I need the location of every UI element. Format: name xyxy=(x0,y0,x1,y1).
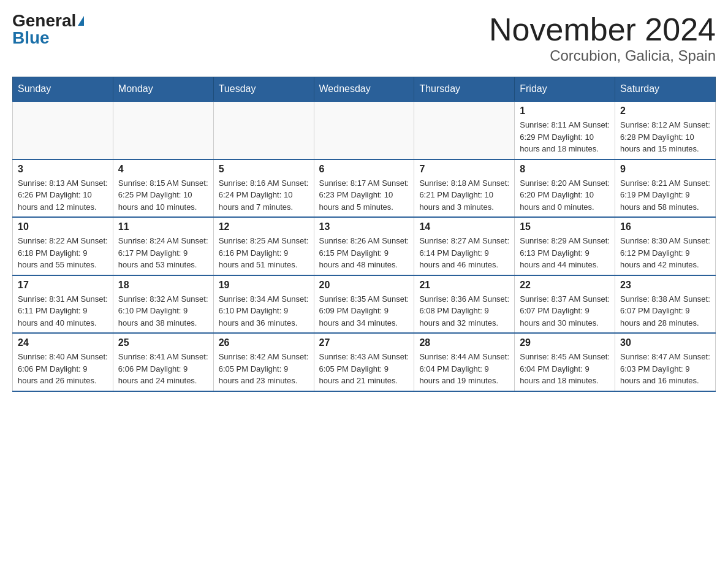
day-number: 14 xyxy=(419,221,509,232)
day-info: Sunrise: 8:29 AM Sunset: 6:13 PM Dayligh… xyxy=(520,235,610,271)
day-number: 28 xyxy=(419,337,509,348)
table-row xyxy=(113,101,213,159)
table-row: 22Sunrise: 8:37 AM Sunset: 6:07 PM Dayli… xyxy=(515,275,615,334)
table-row: 26Sunrise: 8:42 AM Sunset: 6:05 PM Dayli… xyxy=(213,333,314,391)
table-row: 21Sunrise: 8:36 AM Sunset: 6:08 PM Dayli… xyxy=(414,275,515,334)
logo-general-text: General xyxy=(12,12,76,29)
day-number: 3 xyxy=(18,164,108,175)
day-info: Sunrise: 8:16 AM Sunset: 6:24 PM Dayligh… xyxy=(219,177,309,213)
day-info: Sunrise: 8:21 AM Sunset: 6:19 PM Dayligh… xyxy=(620,177,710,213)
day-info: Sunrise: 8:11 AM Sunset: 6:29 PM Dayligh… xyxy=(520,119,610,155)
header-thursday: Thursday xyxy=(414,77,515,102)
day-number: 9 xyxy=(620,164,710,175)
day-info: Sunrise: 8:12 AM Sunset: 6:28 PM Dayligh… xyxy=(620,119,710,155)
table-row: 20Sunrise: 8:35 AM Sunset: 6:09 PM Dayli… xyxy=(314,275,414,334)
day-number: 26 xyxy=(219,337,309,348)
day-info: Sunrise: 8:22 AM Sunset: 6:18 PM Dayligh… xyxy=(18,235,108,271)
table-row: 18Sunrise: 8:32 AM Sunset: 6:10 PM Dayli… xyxy=(113,275,213,334)
table-row: 12Sunrise: 8:25 AM Sunset: 6:16 PM Dayli… xyxy=(213,217,314,275)
day-info: Sunrise: 8:35 AM Sunset: 6:09 PM Dayligh… xyxy=(319,293,409,329)
table-row: 6Sunrise: 8:17 AM Sunset: 6:23 PM Daylig… xyxy=(314,159,414,218)
day-info: Sunrise: 8:25 AM Sunset: 6:16 PM Dayligh… xyxy=(219,235,309,271)
table-row: 8Sunrise: 8:20 AM Sunset: 6:20 PM Daylig… xyxy=(515,159,615,218)
day-number: 11 xyxy=(118,221,208,232)
table-row: 7Sunrise: 8:18 AM Sunset: 6:21 PM Daylig… xyxy=(414,159,515,218)
table-row: 13Sunrise: 8:26 AM Sunset: 6:15 PM Dayli… xyxy=(314,217,414,275)
day-number: 27 xyxy=(319,337,409,348)
table-row: 28Sunrise: 8:44 AM Sunset: 6:04 PM Dayli… xyxy=(414,333,515,391)
weekday-header-row: Sunday Monday Tuesday Wednesday Thursday… xyxy=(13,77,716,102)
day-info: Sunrise: 8:13 AM Sunset: 6:26 PM Dayligh… xyxy=(18,177,108,213)
day-number: 18 xyxy=(118,280,208,291)
day-number: 10 xyxy=(18,221,108,232)
day-number: 16 xyxy=(620,221,710,232)
table-row: 27Sunrise: 8:43 AM Sunset: 6:05 PM Dayli… xyxy=(314,333,414,391)
calendar-table: Sunday Monday Tuesday Wednesday Thursday… xyxy=(12,77,716,392)
table-row xyxy=(213,101,314,159)
calendar-title: November 2024 xyxy=(489,12,716,47)
table-row: 14Sunrise: 8:27 AM Sunset: 6:14 PM Dayli… xyxy=(414,217,515,275)
table-row: 4Sunrise: 8:15 AM Sunset: 6:25 PM Daylig… xyxy=(113,159,213,218)
header-monday: Monday xyxy=(113,77,213,102)
day-number: 24 xyxy=(18,337,108,348)
day-number: 20 xyxy=(319,280,409,291)
day-info: Sunrise: 8:43 AM Sunset: 6:05 PM Dayligh… xyxy=(319,351,409,387)
day-number: 4 xyxy=(118,164,208,175)
day-number: 30 xyxy=(620,337,710,348)
day-info: Sunrise: 8:32 AM Sunset: 6:10 PM Dayligh… xyxy=(118,293,208,329)
day-info: Sunrise: 8:38 AM Sunset: 6:07 PM Dayligh… xyxy=(620,293,710,329)
day-info: Sunrise: 8:44 AM Sunset: 6:04 PM Dayligh… xyxy=(419,351,509,387)
day-info: Sunrise: 8:24 AM Sunset: 6:17 PM Dayligh… xyxy=(118,235,208,271)
day-number: 23 xyxy=(620,280,710,291)
day-number: 6 xyxy=(319,164,409,175)
table-row: 10Sunrise: 8:22 AM Sunset: 6:18 PM Dayli… xyxy=(13,217,113,275)
day-info: Sunrise: 8:37 AM Sunset: 6:07 PM Dayligh… xyxy=(520,293,610,329)
day-info: Sunrise: 8:45 AM Sunset: 6:04 PM Dayligh… xyxy=(520,351,610,387)
table-row: 5Sunrise: 8:16 AM Sunset: 6:24 PM Daylig… xyxy=(213,159,314,218)
calendar-week-row: 24Sunrise: 8:40 AM Sunset: 6:06 PM Dayli… xyxy=(13,333,716,391)
header-tuesday: Tuesday xyxy=(213,77,314,102)
day-info: Sunrise: 8:26 AM Sunset: 6:15 PM Dayligh… xyxy=(319,235,409,271)
day-number: 12 xyxy=(219,221,309,232)
header-wednesday: Wednesday xyxy=(314,77,414,102)
table-row: 16Sunrise: 8:30 AM Sunset: 6:12 PM Dayli… xyxy=(615,217,716,275)
day-number: 13 xyxy=(319,221,409,232)
table-row: 29Sunrise: 8:45 AM Sunset: 6:04 PM Dayli… xyxy=(515,333,615,391)
table-row: 24Sunrise: 8:40 AM Sunset: 6:06 PM Dayli… xyxy=(13,333,113,391)
header-friday: Friday xyxy=(515,77,615,102)
day-number: 19 xyxy=(219,280,309,291)
day-number: 17 xyxy=(18,280,108,291)
day-info: Sunrise: 8:41 AM Sunset: 6:06 PM Dayligh… xyxy=(118,351,208,387)
day-number: 5 xyxy=(219,164,309,175)
table-row: 1Sunrise: 8:11 AM Sunset: 6:29 PM Daylig… xyxy=(515,101,615,159)
header-sunday: Sunday xyxy=(13,77,113,102)
day-info: Sunrise: 8:15 AM Sunset: 6:25 PM Dayligh… xyxy=(118,177,208,213)
day-number: 7 xyxy=(419,164,509,175)
calendar-week-row: 3Sunrise: 8:13 AM Sunset: 6:26 PM Daylig… xyxy=(13,159,716,218)
table-row: 23Sunrise: 8:38 AM Sunset: 6:07 PM Dayli… xyxy=(615,275,716,334)
day-number: 1 xyxy=(520,105,610,117)
logo-triangle-icon xyxy=(78,16,84,26)
day-info: Sunrise: 8:42 AM Sunset: 6:05 PM Dayligh… xyxy=(219,351,309,387)
day-info: Sunrise: 8:47 AM Sunset: 6:03 PM Dayligh… xyxy=(620,351,710,387)
table-row: 25Sunrise: 8:41 AM Sunset: 6:06 PM Dayli… xyxy=(113,333,213,391)
header-saturday: Saturday xyxy=(615,77,716,102)
calendar-week-row: 10Sunrise: 8:22 AM Sunset: 6:18 PM Dayli… xyxy=(13,217,716,275)
table-row: 15Sunrise: 8:29 AM Sunset: 6:13 PM Dayli… xyxy=(515,217,615,275)
calendar-subtitle: Corcubion, Galicia, Spain xyxy=(489,47,716,64)
calendar-week-row: 1Sunrise: 8:11 AM Sunset: 6:29 PM Daylig… xyxy=(13,101,716,159)
table-row xyxy=(314,101,414,159)
day-number: 8 xyxy=(520,164,610,175)
table-row xyxy=(414,101,515,159)
logo: General Blue xyxy=(12,12,84,47)
table-row: 9Sunrise: 8:21 AM Sunset: 6:19 PM Daylig… xyxy=(615,159,716,218)
day-number: 15 xyxy=(520,221,610,232)
day-info: Sunrise: 8:30 AM Sunset: 6:12 PM Dayligh… xyxy=(620,235,710,271)
day-info: Sunrise: 8:18 AM Sunset: 6:21 PM Dayligh… xyxy=(419,177,509,213)
day-number: 25 xyxy=(118,337,208,348)
table-row: 17Sunrise: 8:31 AM Sunset: 6:11 PM Dayli… xyxy=(13,275,113,334)
table-row: 11Sunrise: 8:24 AM Sunset: 6:17 PM Dayli… xyxy=(113,217,213,275)
calendar-week-row: 17Sunrise: 8:31 AM Sunset: 6:11 PM Dayli… xyxy=(13,275,716,334)
day-number: 21 xyxy=(419,280,509,291)
logo-blue-text: Blue xyxy=(12,29,50,47)
